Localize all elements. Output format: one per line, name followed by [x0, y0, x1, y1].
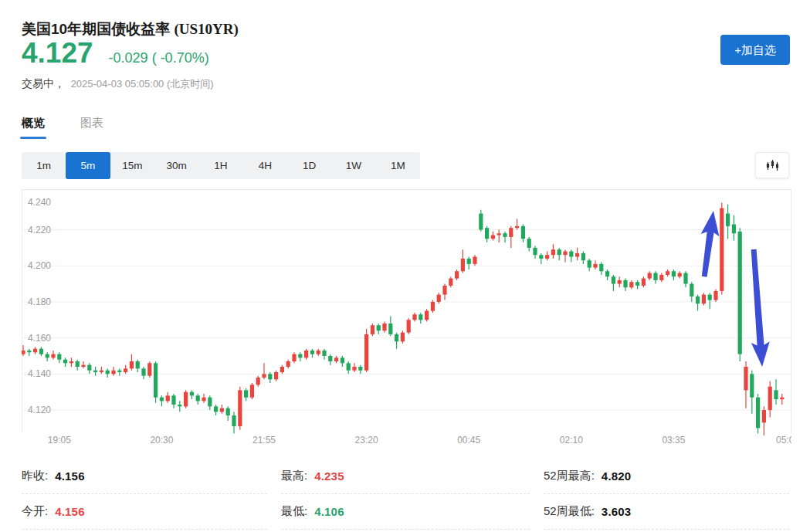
candle	[310, 351, 314, 354]
timeframe-5m[interactable]: 5m	[66, 152, 110, 179]
candle	[401, 333, 405, 342]
arrow-up-annotation	[695, 209, 722, 277]
candle	[87, 365, 91, 371]
price-change: -0.029 ( -0.70%)	[109, 50, 209, 66]
stat-label: 最低:	[281, 504, 307, 519]
x-axis-label: 19:05	[48, 435, 71, 446]
candle	[756, 398, 760, 429]
stats-grid: 昨收:4.156今开:4.156最高:4.235最低:4.10652周最高:4.…	[22, 459, 789, 530]
timeframe-bar: 1m5m15m30m1H4H1D1W1M	[22, 152, 420, 179]
candle	[419, 314, 422, 320]
candle	[81, 365, 85, 367]
candle	[612, 276, 615, 283]
candle	[588, 260, 591, 267]
timeframe-1m[interactable]: 1M	[376, 152, 420, 179]
candle	[124, 368, 127, 372]
candle	[780, 398, 784, 399]
candle	[166, 395, 170, 401]
candle	[304, 351, 308, 357]
candle	[678, 273, 682, 277]
candlestick-chart[interactable]: 4.2404.2204.2004.1804.1604.1404.12019:05…	[22, 189, 791, 450]
tab-bar: 概览图表	[22, 116, 103, 139]
chart-type-button[interactable]	[755, 152, 789, 178]
candle	[190, 392, 194, 396]
candle	[653, 273, 657, 280]
instrument-symbol: (US10YR)	[174, 21, 238, 37]
candle	[521, 226, 525, 239]
candle	[545, 255, 549, 259]
candle	[268, 374, 272, 379]
timeframe-15m[interactable]: 15m	[110, 152, 154, 179]
stat-52w-high: 52周最高:4.820	[544, 459, 789, 494]
candle	[292, 354, 296, 361]
timeframe-4h[interactable]: 4H	[243, 152, 287, 179]
candle	[485, 228, 489, 239]
y-axis-label: 4.140	[28, 368, 51, 379]
candle	[479, 214, 483, 230]
candle	[455, 271, 459, 278]
tab-chart[interactable]: 图表	[80, 116, 103, 139]
tab-overview[interactable]: 概览	[22, 116, 45, 139]
y-axis-label: 4.120	[28, 405, 51, 415]
stat-label: 今开:	[22, 504, 48, 519]
candlestick-icon	[765, 158, 780, 173]
candle	[467, 259, 471, 264]
candle	[244, 390, 248, 397]
candle	[744, 367, 747, 390]
candle	[713, 291, 717, 300]
candle	[317, 351, 320, 354]
stats-column: 最高:4.235最低:4.106	[281, 459, 530, 530]
x-axis-label: 21:55	[252, 435, 276, 446]
candle	[648, 273, 652, 279]
candle	[473, 257, 476, 264]
candle	[33, 349, 37, 353]
candle	[220, 408, 224, 412]
candle	[762, 410, 766, 422]
timeframe-1d[interactable]: 1D	[287, 152, 331, 179]
candle	[274, 372, 278, 379]
candle	[136, 361, 140, 368]
candle	[51, 354, 55, 358]
candle	[377, 325, 381, 330]
timeframe-1m[interactable]: 1m	[22, 152, 66, 179]
add-watchlist-button[interactable]: +加自选	[720, 35, 790, 65]
candle	[322, 351, 326, 356]
candle	[527, 239, 531, 248]
candle	[672, 271, 676, 276]
stat-label: 52周最高:	[544, 469, 595, 483]
candle	[76, 361, 80, 367]
candle	[539, 255, 543, 259]
candle	[154, 363, 158, 397]
candle	[726, 214, 730, 226]
candle	[388, 324, 392, 334]
timeframe-30m[interactable]: 30m	[154, 152, 198, 179]
quote-timestamp: 2025-04-03 05:05:00	[71, 78, 164, 90]
stat-label: 昨收:	[22, 469, 48, 483]
stat-open: 今开:4.156	[22, 494, 267, 530]
candle	[569, 252, 573, 257]
candle	[696, 296, 700, 303]
candle	[581, 253, 585, 260]
candle	[63, 360, 67, 364]
candle	[226, 408, 230, 415]
candle	[334, 357, 338, 361]
candle	[57, 354, 61, 360]
candle	[93, 371, 97, 372]
candle	[623, 280, 627, 287]
candle	[27, 351, 31, 352]
stat-value: 4.156	[55, 505, 85, 518]
timeframe-1h[interactable]: 1H	[198, 152, 242, 179]
candle	[238, 390, 242, 426]
y-axis-label: 4.200	[28, 260, 51, 271]
timeframe-1w[interactable]: 1W	[331, 152, 375, 179]
x-axis-label: 05:0	[776, 435, 791, 446]
candle	[347, 363, 351, 370]
candle	[250, 385, 254, 397]
candle	[593, 264, 597, 268]
candle	[750, 374, 754, 397]
x-axis-label: 20:30	[150, 435, 173, 446]
arrow-down-annotation	[744, 249, 771, 368]
chart-canvas: 4.2404.2204.2004.1804.1604.1404.12019:05…	[22, 189, 791, 450]
stat-52w-low: 52周最低:3.603	[544, 494, 789, 530]
candle	[69, 361, 73, 363]
